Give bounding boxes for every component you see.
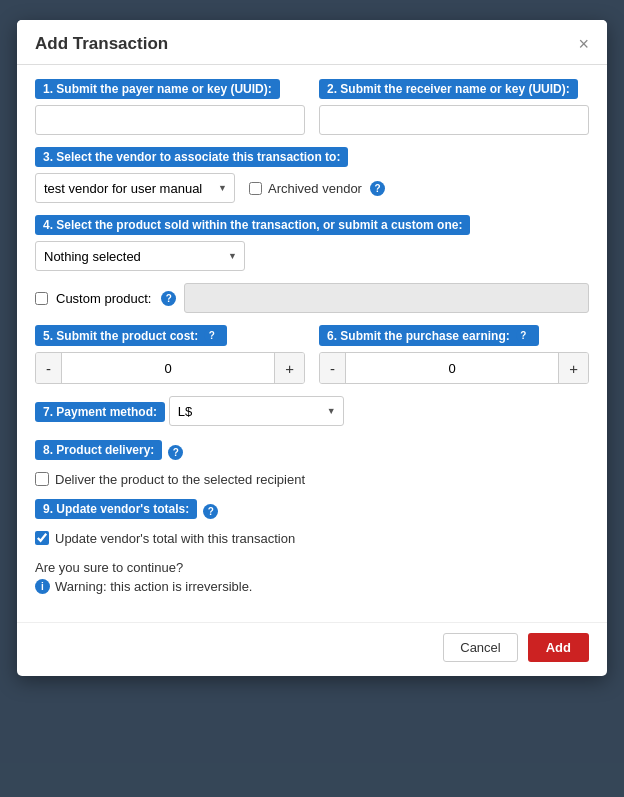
cost-input-row: - + [35,352,305,384]
receiver-section: 2. Submit the receiver name or key (UUID… [319,79,589,135]
cost-help-icon[interactable]: ? [204,328,219,343]
product-section: 4. Select the product sold within the tr… [35,215,589,271]
archived-vendor-checkbox[interactable] [249,182,262,195]
earning-minus-button[interactable]: - [320,353,345,383]
delivery-section: 8. Product delivery: ? Deliver the produ… [35,440,589,487]
modal-footer: Cancel Add [17,622,607,676]
product-select-outer: Nothing selected [35,241,245,271]
archived-vendor-help-icon[interactable]: ? [370,181,385,196]
earning-input[interactable] [345,353,559,383]
update-help-icon[interactable]: ? [203,504,218,519]
payer-input[interactable] [35,105,305,135]
cost-label: 5. Submit the product cost: ? [35,325,227,346]
archived-vendor-label: Archived vendor [268,181,362,196]
custom-product-label: Custom product: [56,291,151,306]
add-transaction-modal: Add Transaction × 1. Submit the payer na… [17,20,607,676]
product-select[interactable]: Nothing selected [35,241,245,271]
earning-input-row: - + [319,352,589,384]
earning-help-icon[interactable]: ? [516,328,531,343]
earning-section: 6. Submit the purchase earning: ? - + [319,325,589,384]
payer-receiver-row: 1. Submit the payer name or key (UUID): … [35,79,589,135]
update-section: 9. Update vendor's totals: ? Update vend… [35,499,589,546]
custom-product-help-icon[interactable]: ? [161,291,176,306]
payment-label: 7. Payment method: [35,402,165,422]
modal-body: 1. Submit the payer name or key (UUID): … [17,65,607,622]
confirm-text: Are you sure to continue? [35,560,589,575]
receiver-label: 2. Submit the receiver name or key (UUID… [319,79,578,99]
earning-plus-button[interactable]: + [559,353,588,383]
warning-text: Warning: this action is irreversible. [55,579,252,594]
product-select-wrapper: Nothing selected [35,241,589,271]
warning-container: i Warning: this action is irreversible. [35,579,589,594]
earning-label: 6. Submit the purchase earning: ? [319,325,539,346]
payment-section: 7. Payment method: L$ [35,396,589,428]
delivery-label: 8. Product delivery: [35,440,162,460]
cost-minus-button[interactable]: - [36,353,61,383]
modal-title: Add Transaction [35,34,168,54]
add-button[interactable]: Add [528,633,589,662]
update-row: Update vendor's total with this transact… [35,531,589,546]
payer-label: 1. Submit the payer name or key (UUID): [35,79,280,99]
cost-earning-row: 5. Submit the product cost: ? - + 6. Sub… [35,325,589,384]
cost-plus-button[interactable]: + [275,353,304,383]
delivery-label-row: 8. Product delivery: ? [35,440,589,466]
archived-vendor-container: Archived vendor ? [249,181,385,196]
vendor-select-wrapper: test vendor for user manual [35,173,235,203]
payment-select[interactable]: L$ [169,396,344,426]
delivery-help-icon[interactable]: ? [168,445,183,460]
update-label-row: 9. Update vendor's totals: ? [35,499,589,525]
delivery-checkbox[interactable] [35,472,49,486]
modal-header: Add Transaction × [17,20,607,65]
update-checkbox[interactable] [35,531,49,545]
vendor-label: 3. Select the vendor to associate this t… [35,147,348,167]
custom-product-input[interactable] [184,283,589,313]
payment-select-wrapper: L$ [169,396,344,426]
modal-close-button[interactable]: × [578,35,589,53]
vendor-section: 3. Select the vendor to associate this t… [35,147,589,203]
warning-icon: i [35,579,50,594]
delivery-row: Deliver the product to the selected reci… [35,472,589,487]
custom-product-checkbox[interactable] [35,292,48,305]
vendor-row: test vendor for user manual Archived ven… [35,173,589,203]
cost-section: 5. Submit the product cost: ? - + [35,325,305,384]
vendor-select[interactable]: test vendor for user manual [35,173,235,203]
update-checkbox-label: Update vendor's total with this transact… [55,531,295,546]
cancel-button[interactable]: Cancel [443,633,517,662]
receiver-input[interactable] [319,105,589,135]
update-label: 9. Update vendor's totals: [35,499,197,519]
custom-product-row: Custom product: ? [35,283,589,313]
payer-section: 1. Submit the payer name or key (UUID): [35,79,305,135]
delivery-checkbox-label: Deliver the product to the selected reci… [55,472,305,487]
cost-input[interactable] [61,353,275,383]
product-label: 4. Select the product sold within the tr… [35,215,470,235]
